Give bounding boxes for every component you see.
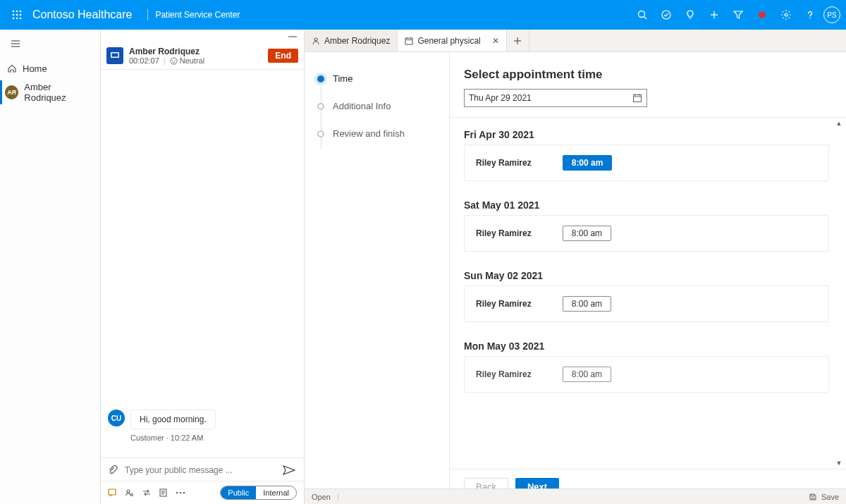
compose-input[interactable] — [125, 465, 276, 475]
left-nav: Home AR Amber Rodriquez — [0, 30, 101, 504]
user-avatar[interactable]: PS — [823, 6, 840, 23]
step-review-label: Review and finish — [333, 128, 405, 139]
help-icon[interactable] — [799, 4, 821, 25]
notes-icon[interactable] — [159, 488, 168, 498]
day-block: Sat May 01 2021 Riley Ramirez 8:00 am — [464, 199, 829, 252]
svg-point-35 — [183, 492, 185, 493]
quick-reply-icon[interactable] — [108, 488, 118, 498]
scroll-up-icon[interactable]: ▲ — [835, 119, 843, 128]
more-icon[interactable] — [176, 491, 185, 494]
record-icon[interactable] — [752, 4, 773, 25]
slots-scroll[interactable]: ▲ Fri Apr 30 2021 Riley Ramirez 8:00 am … — [450, 117, 846, 469]
time-slot-button[interactable]: 8:00 am — [563, 367, 611, 382]
detail-region: Amber Rodriquez General physical ✕ Time … — [305, 30, 846, 504]
day-label: Fri Apr 30 2021 — [464, 129, 829, 140]
tab-appointment[interactable]: General physical ✕ — [398, 30, 506, 51]
scroll-down-icon[interactable]: ▼ — [835, 459, 843, 467]
svg-point-33 — [176, 492, 178, 493]
day-label: Sun May 02 2021 — [464, 270, 829, 281]
nav-home-label: Home — [23, 63, 47, 74]
step-additional[interactable]: Additional Info — [317, 92, 442, 120]
nav-patient-label: Amber Rodriquez — [24, 82, 93, 103]
compose-row — [101, 457, 304, 481]
time-slot-button[interactable]: 8:00 am — [563, 155, 613, 171]
home-icon — [7, 63, 17, 73]
svg-point-27 — [127, 490, 130, 493]
task-icon[interactable] — [656, 4, 677, 25]
svg-point-23 — [172, 59, 173, 60]
provider-name: Riley Ramirez — [476, 299, 532, 309]
sentiment-chip: Neutral — [170, 56, 204, 65]
pill-public[interactable]: Public — [221, 486, 256, 499]
attachment-icon[interactable] — [108, 465, 118, 475]
tab-patient[interactable]: Amber Rodriquez — [305, 30, 398, 51]
app-subtitle: Patient Service Center — [155, 10, 247, 20]
wizard-steps: Time Additional Info Review and finish — [305, 52, 449, 504]
close-tab-icon[interactable]: ✕ — [492, 36, 499, 46]
day-block: Fri Apr 30 2021 Riley Ramirez 8:00 am — [464, 129, 829, 181]
nav-patient[interactable]: AR Amber Rodriquez — [0, 80, 100, 104]
visibility-pill: Public Internal — [220, 486, 297, 500]
filter-icon[interactable] — [728, 4, 749, 25]
svg-point-34 — [180, 492, 181, 493]
new-tab-button[interactable] — [507, 30, 529, 51]
tab-strip: Amber Rodriquez General physical ✕ — [305, 30, 846, 52]
save-button[interactable]: Save — [809, 493, 839, 501]
person-icon — [312, 37, 320, 45]
provider-name: Riley Ramirez — [476, 158, 532, 168]
svg-rect-21 — [112, 54, 118, 57]
svg-point-9 — [639, 11, 645, 18]
patient-avatar-icon: AR — [5, 85, 18, 99]
settings-icon[interactable] — [776, 4, 797, 25]
svg-point-6 — [13, 18, 15, 20]
day-block: Mon May 03 2021 Riley Ramirez 8:00 am — [464, 340, 829, 393]
step-review[interactable]: Review and finish — [317, 120, 442, 147]
transfer-icon[interactable] — [142, 488, 152, 498]
svg-point-4 — [16, 14, 18, 16]
svg-point-0 — [13, 11, 15, 13]
date-value: Thu Apr 29 2021 — [469, 93, 532, 103]
bulb-icon[interactable] — [680, 4, 701, 25]
step-time[interactable]: Time — [317, 65, 442, 92]
save-label: Save — [821, 493, 839, 501]
chat-message: CU Hi, good morning. — [108, 410, 297, 429]
provider-row: Riley Ramirez 8:00 am — [464, 285, 829, 322]
svg-rect-43 — [634, 95, 642, 102]
tab-appointment-label: General physical — [417, 36, 480, 46]
minimize-icon[interactable] — [287, 31, 298, 42]
sentiment-label: Neutral — [180, 56, 204, 65]
svg-point-14 — [759, 11, 766, 18]
status-bar: Open | Save — [305, 488, 846, 504]
day-label: Mon May 03 2021 — [464, 340, 829, 352]
brand-title: Contoso Healthcare — [28, 8, 140, 21]
nav-home[interactable]: Home — [0, 56, 100, 80]
day-label: Sat May 01 2021 — [464, 199, 829, 211]
svg-line-10 — [644, 17, 647, 20]
send-icon[interactable] — [283, 465, 295, 475]
pill-internal[interactable]: Internal — [256, 486, 296, 499]
save-icon — [809, 493, 817, 501]
nav-toggle-icon[interactable] — [6, 35, 25, 52]
app-launcher-icon[interactable] — [6, 4, 28, 26]
step-time-label: Time — [333, 73, 352, 84]
svg-point-11 — [662, 11, 670, 19]
provider-row: Riley Ramirez 8:00 am — [464, 215, 829, 252]
time-slot-button[interactable]: 8:00 am — [563, 296, 611, 312]
session-name: Amber Rodriquez — [129, 47, 262, 56]
channel-icon — [106, 47, 123, 64]
date-picker[interactable]: Thu Apr 29 2021 — [464, 89, 647, 107]
time-slot-button[interactable]: 8:00 am — [563, 226, 611, 241]
content-heading: Select appointment time — [450, 52, 846, 89]
consult-icon[interactable] — [125, 488, 135, 498]
day-block: Sun May 02 2021 Riley Ramirez 8:00 am — [464, 270, 829, 322]
top-banner: Contoso Healthcare Patient Service Cente… — [0, 0, 846, 30]
customer-avatar-icon: CU — [108, 410, 125, 426]
end-session-button[interactable]: End — [268, 49, 298, 63]
session-header: Amber Rodriquez 00:02:07 | Neutral End — [101, 42, 304, 70]
compose-toolbar: Public Internal — [101, 481, 304, 504]
add-icon[interactable] — [704, 4, 725, 25]
search-icon[interactable] — [632, 4, 653, 25]
provider-row: Riley Ramirez 8:00 am — [464, 356, 829, 393]
calendar-picker-icon — [632, 93, 642, 103]
provider-name: Riley Ramirez — [476, 369, 532, 379]
